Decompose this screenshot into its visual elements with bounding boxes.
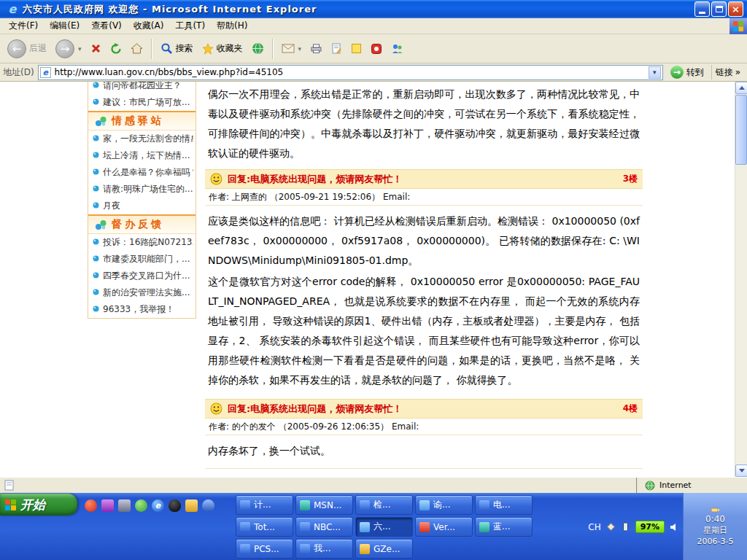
maximize-button[interactable]	[711, 1, 727, 17]
print-button[interactable]	[306, 42, 326, 55]
task-button-active[interactable]: 六...	[355, 517, 413, 537]
task-button[interactable]: 计...	[236, 495, 293, 515]
battery-level-badge[interactable]: 97%	[635, 521, 665, 533]
edit-button[interactable]	[328, 42, 346, 55]
task-button[interactable]: GZe...	[355, 539, 413, 559]
reply-title: 回复:电脑系统出现问题，烦请网友帮忙！	[228, 402, 402, 416]
forward-button[interactable]: → ▾	[52, 38, 85, 60]
forum-main-column: 偶尔一次不用理会，系统出错是正常的，重新启动即可，出现次数多了，两种情况比较常见…	[205, 82, 643, 469]
back-button[interactable]: ← 后退	[4, 38, 50, 60]
menu-tools[interactable]: 工具(T)	[169, 18, 211, 34]
power-plug-icon	[711, 507, 720, 513]
qq-penguin-icon[interactable]	[169, 499, 181, 512]
stop-icon	[90, 43, 101, 54]
task-button[interactable]: 谕...	[415, 495, 473, 515]
internet-explorer-icon[interactable]: e	[152, 499, 164, 512]
start-button[interactable]: 开始	[0, 494, 77, 516]
scroll-down-button[interactable]	[735, 464, 747, 477]
bullet-icon	[93, 272, 99, 279]
bullet-icon	[93, 98, 99, 105]
sidebar-topic-link[interactable]: 市建委及职能部门，...	[88, 251, 196, 268]
links-label: 链接	[716, 66, 733, 79]
task-button[interactable]: 蓝...	[475, 517, 533, 537]
menu-favorites[interactable]: 收藏(A)	[128, 18, 170, 34]
folder-app-icon[interactable]	[185, 499, 198, 512]
address-dropdown-icon[interactable]: ▾	[649, 66, 661, 79]
task-button[interactable]: PCS...	[236, 539, 293, 559]
browser-toolbar: ← 后退 → ▾ 搜索 收藏夹 ▾	[0, 34, 747, 63]
go-arrow-icon: →	[670, 66, 684, 79]
purple-app-icon[interactable]	[101, 499, 114, 512]
task-app-icon	[360, 500, 370, 510]
address-url[interactable]: http://www.luan.gov.cn/bbs/bbs_view.php?…	[55, 67, 645, 77]
minimize-button[interactable]	[694, 1, 710, 17]
address-input[interactable]: e http://www.luan.gov.cn/bbs/bbs_view.ph…	[38, 65, 663, 80]
task-button[interactable]: 我...	[295, 539, 353, 559]
search-button[interactable]: 搜索	[157, 41, 197, 56]
task-button[interactable]: Ver...	[415, 517, 473, 537]
tray-device-icon[interactable]	[621, 522, 630, 532]
title-bar: e 六安市人民政府网 欢迎您 - Microsoft Internet Expl…	[0, 0, 747, 18]
close-button[interactable]: ×	[728, 1, 743, 17]
language-indicator[interactable]: CH	[588, 522, 600, 532]
back-icon: ←	[7, 39, 26, 58]
sidebar-topic-link[interactable]: 新的治安管理法实施...	[88, 284, 196, 301]
save-disk-icon[interactable]	[118, 499, 131, 512]
vertical-scrollbar[interactable]	[735, 82, 747, 477]
notepad-button[interactable]	[347, 42, 365, 55]
sidebar-section-emotion: 情感驿站	[88, 111, 196, 131]
sidebar-topic-link[interactable]: 坛上冷清，坛下热情...	[88, 147, 196, 164]
taskbar: 开始 e 计... MSN... 检... 谕... 电... Tot... N…	[0, 493, 747, 560]
sidebar-topic-link[interactable]: 月夜	[88, 198, 196, 214]
green-app-icon[interactable]	[135, 499, 147, 512]
refresh-button[interactable]	[107, 42, 125, 56]
menu-help[interactable]: 帮助(H)	[211, 18, 253, 34]
forum-sidebar: 请问帝都花园业主？ 建议：市民广场可放... 情感驿站 家，一段无法割舍的情感 …	[88, 82, 196, 319]
messenger-button[interactable]	[387, 42, 407, 55]
quick-launch-bar: e	[85, 498, 214, 513]
reply-floor-badge: 3楼	[623, 173, 638, 185]
antivirus-button[interactable]	[367, 42, 386, 56]
sidebar-topic-link[interactable]: 请问帝都花园业主？	[88, 82, 196, 94]
go-button[interactable]: → 转到	[667, 65, 708, 79]
media-button[interactable]	[248, 41, 268, 56]
toolbar-separator	[151, 39, 152, 59]
tray-shield-icon[interactable]	[606, 522, 616, 532]
favorites-button[interactable]: 收藏夹	[198, 41, 247, 56]
menu-file[interactable]: 文件(F)	[3, 18, 44, 34]
task-button[interactable]: Tot...	[236, 517, 293, 537]
home-button[interactable]	[127, 42, 147, 55]
task-button[interactable]: 电...	[475, 495, 533, 515]
sidebar-topic-link[interactable]: 家，一段无法割舍的情感	[88, 131, 196, 147]
menu-edit[interactable]: 编辑(E)	[44, 18, 85, 34]
task-app-icon	[240, 500, 250, 510]
sidebar-topic-link[interactable]: 投诉：16路皖N07213...	[88, 234, 196, 251]
media-player-icon[interactable]	[85, 499, 97, 512]
address-label: 地址(D)	[3, 66, 34, 79]
task-button[interactable]: NBC...	[295, 517, 353, 537]
page-ie-icon: e	[40, 67, 51, 78]
links-button[interactable]: 链接 »	[711, 65, 744, 79]
task-app-icon	[300, 544, 310, 554]
clock-weekday: 星期日	[703, 525, 727, 536]
menu-view[interactable]: 查看(V)	[85, 18, 128, 34]
section-balls-icon	[95, 219, 107, 230]
bullet-icon	[93, 185, 99, 192]
scrollbar-thumb[interactable]	[735, 95, 747, 165]
sidebar-topic-link[interactable]: 什么是幸福？你幸福吗？	[88, 164, 196, 181]
toolbar-separator	[272, 39, 274, 59]
volume-icon[interactable]	[670, 523, 680, 532]
sidebar-topic-link[interactable]: 请教:明珠广场住宅的...	[88, 181, 196, 198]
task-button[interactable]: 检...	[355, 495, 413, 515]
task-button[interactable]: MSN...	[295, 495, 353, 515]
favorites-label: 收藏夹	[217, 42, 243, 55]
menu-bar: 文件(F) 编辑(E) 查看(V) 收藏(A) 工具(T) 帮助(H)	[0, 18, 747, 34]
sidebar-topic-link[interactable]: 建议：市民广场可放...	[88, 94, 196, 111]
mail-button[interactable]: ▾	[278, 42, 306, 55]
stop-button[interactable]	[87, 42, 105, 55]
sidebar-topic-link[interactable]: 96333，我举报！	[88, 301, 196, 318]
sidebar-topic-link[interactable]: 四季春交叉路口为什...	[88, 268, 196, 284]
scroll-up-button[interactable]	[735, 82, 747, 94]
messenger-app-icon[interactable]	[202, 499, 214, 512]
address-bar: 地址(D) e http://www.luan.gov.cn/bbs/bbs_v…	[0, 63, 747, 82]
